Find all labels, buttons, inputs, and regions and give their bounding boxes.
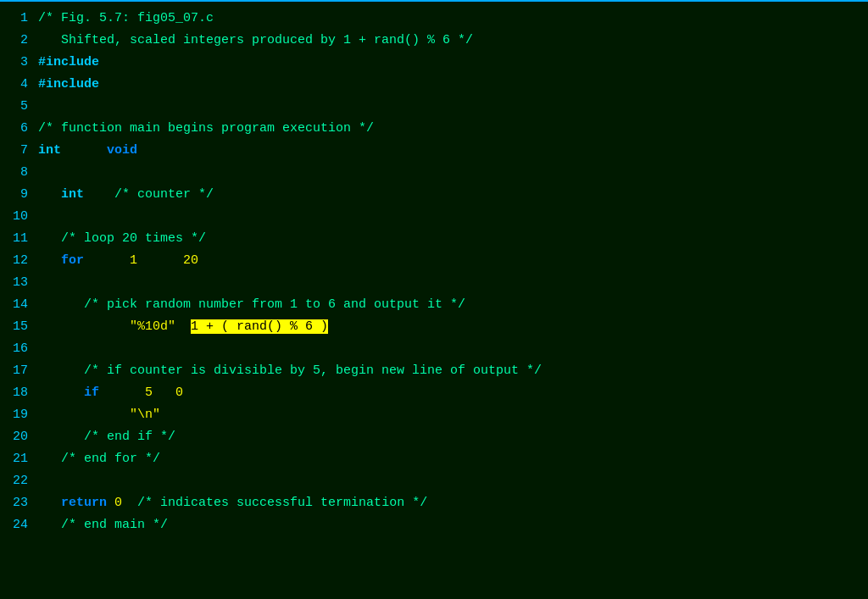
line-content: int /* counter */	[38, 187, 214, 202]
code-line: 23 return 0 /* indicates successful term…	[0, 495, 868, 517]
code-line: 21 /* end for */	[0, 451, 868, 473]
comment-token: /* counter */	[84, 187, 214, 202]
plain-token	[38, 430, 84, 444]
highlight-token: 1 + ( rand() % 6 )	[191, 319, 328, 334]
plain-token	[38, 408, 130, 422]
number-token: 1	[130, 253, 137, 268]
line-number: 2	[0, 33, 38, 47]
comment-token: Shifted, scaled integers produced by 1 +…	[38, 33, 473, 47]
comment-token: /* end main */	[61, 518, 168, 532]
keyword-token: int	[61, 187, 84, 202]
plain-token	[38, 253, 61, 268]
line-content: "%10d" 1 + ( rand() % 6 )	[38, 319, 328, 334]
code-line: 7int void	[0, 142, 868, 164]
code-line: 24 /* end main */	[0, 517, 868, 539]
plain-token	[153, 385, 175, 400]
line-number: 20	[0, 430, 38, 444]
plain-token	[122, 496, 137, 510]
directive-token: #include	[38, 77, 99, 92]
code-line: 15 "%10d" 1 + ( rand() % 6 )	[0, 319, 868, 341]
comment-token: /* loop 20 times */	[61, 231, 206, 246]
comment-token: /* end if */	[84, 430, 175, 444]
line-number: 15	[0, 319, 38, 334]
code-line: 18 if 5 0	[0, 385, 868, 407]
number-token: 0	[114, 496, 122, 510]
code-line: 13	[0, 275, 868, 297]
keyword2-token: if	[84, 385, 99, 400]
plain-token	[175, 319, 191, 334]
line-number: 24	[0, 518, 38, 532]
line-number: 12	[0, 253, 38, 268]
line-number: 14	[0, 297, 38, 312]
code-line: 20 /* end if */	[0, 429, 868, 451]
code-line: 10	[0, 208, 868, 230]
line-content: /* end if */	[38, 430, 175, 444]
comment-token: /* end for */	[61, 452, 160, 466]
code-line: 5	[0, 98, 868, 120]
plain-token	[107, 496, 114, 510]
code-line: 9 int /* counter */	[0, 186, 868, 208]
line-number: 21	[0, 452, 38, 466]
keyword-token: int	[38, 143, 61, 158]
code-line: 14 /* pick random number from 1 to 6 and…	[0, 297, 868, 319]
line-number: 5	[0, 99, 38, 114]
code-line: 4#include	[0, 76, 868, 98]
plain-token	[38, 319, 130, 334]
line-number: 4	[0, 77, 38, 92]
line-number: 3	[0, 55, 38, 69]
line-content: /* Fig. 5.7: fig05_07.c	[38, 11, 214, 25]
code-line: 6/* function main begins program executi…	[0, 120, 868, 142]
line-number: 11	[0, 231, 38, 246]
number-token: 0	[175, 385, 183, 400]
comment-token: /* if counter is divisible by 5, begin n…	[84, 363, 542, 378]
line-number: 8	[0, 165, 38, 180]
line-number: 7	[0, 143, 38, 158]
code-line: 3#include	[0, 54, 868, 76]
code-line: 8	[0, 164, 868, 186]
line-content: Shifted, scaled integers produced by 1 +…	[38, 33, 473, 47]
plain-token	[38, 297, 84, 312]
plain-token	[99, 385, 145, 400]
code-line: 1/* Fig. 5.7: fig05_07.c	[0, 10, 868, 32]
code-editor: 1/* Fig. 5.7: fig05_07.c2 Shifted, scale…	[0, 0, 868, 599]
line-number: 16	[0, 341, 38, 356]
plain-token	[38, 187, 61, 202]
line-number: 1	[0, 11, 38, 25]
keyword2-token: void	[107, 143, 137, 158]
plain-token	[61, 143, 107, 158]
line-content: /* function main begins program executio…	[38, 121, 374, 136]
line-content: "\n"	[38, 408, 160, 422]
plain-token	[38, 496, 61, 510]
code-line: 2 Shifted, scaled integers produced by 1…	[0, 32, 868, 54]
line-content: /* if counter is divisible by 5, begin n…	[38, 363, 542, 378]
plain-token	[38, 231, 61, 246]
line-content: return 0 /* indicates successful termina…	[38, 496, 427, 510]
plain-token	[38, 452, 61, 466]
comment-token: /* indicates successful termination */	[137, 496, 427, 510]
line-content: #include	[38, 55, 99, 69]
line-content: /* loop 20 times */	[38, 231, 206, 246]
plain-token	[84, 253, 130, 268]
line-content: for 1 20	[38, 253, 198, 268]
line-number: 23	[0, 496, 38, 510]
number-token: 20	[183, 253, 198, 268]
line-content: #include	[38, 77, 99, 92]
line-content: /* pick random number from 1 to 6 and ou…	[38, 297, 465, 312]
line-content: /* end for */	[38, 452, 160, 466]
line-number: 17	[0, 363, 38, 378]
string-token: "%10d"	[130, 319, 175, 334]
comment-token: /* function main begins program executio…	[38, 121, 374, 136]
code-line: 16	[0, 341, 868, 363]
keyword2-token: for	[61, 253, 84, 268]
line-content: int void	[38, 143, 137, 158]
comment-token: /* Fig. 5.7: fig05_07.c	[38, 11, 214, 25]
plain-token	[137, 253, 183, 268]
code-line: 17 /* if counter is divisible by 5, begi…	[0, 363, 868, 385]
line-content: /* end main */	[38, 518, 168, 532]
plain-token	[38, 363, 84, 378]
plain-token	[38, 385, 84, 400]
plain-token	[38, 518, 61, 532]
line-number: 9	[0, 187, 38, 202]
line-content: if 5 0	[38, 385, 183, 400]
line-number: 10	[0, 209, 38, 224]
